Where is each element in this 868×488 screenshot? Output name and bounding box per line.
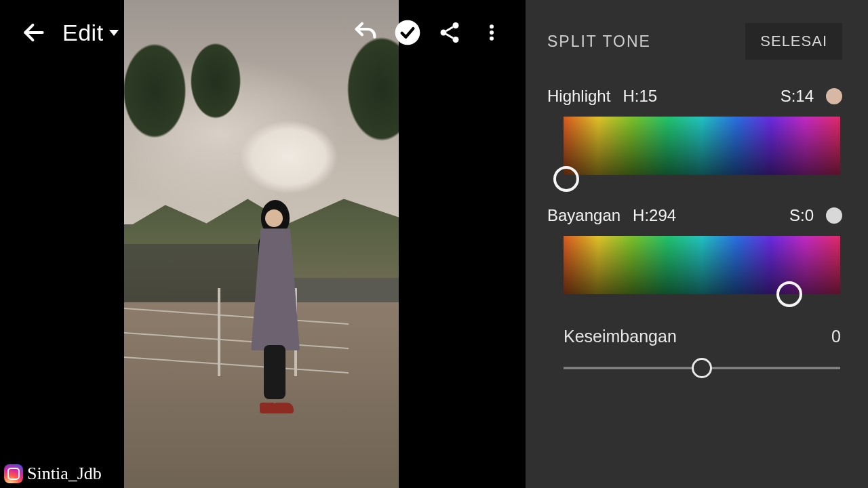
undo-button[interactable] [347,14,384,52]
instagram-icon [4,464,23,483]
mode-title[interactable]: Edit [62,20,119,46]
highlight-hue-value: H:15 [623,87,657,106]
shadow-sat-value: S:0 [789,206,814,225]
overflow-button[interactable] [473,14,511,52]
shadow-label: Bayangan [547,206,620,225]
highlight-readout: Highlight H:15 S:14 [547,87,842,106]
shadow-color-picker[interactable] [564,236,840,294]
svg-point-6 [490,30,494,35]
shadow-readout: Bayangan H:294 S:0 [547,206,842,225]
editor-topbar: Edit [0,0,526,65]
watermark-text: Sintia_Jdb [27,464,102,484]
panel-title: SPLIT TONE [547,33,651,51]
highlight-label: Highlight [547,87,610,106]
editor-viewport: Edit Sintia_Jdb [0,0,526,488]
highlight-swatch [826,88,842,104]
watermark: Sintia_Jdb [4,464,102,484]
highlight-color-picker[interactable] [564,117,840,175]
mode-title-text: Edit [62,20,104,46]
balance-slider-thumb[interactable] [692,358,712,378]
svg-point-3 [441,30,447,36]
chevron-down-icon [109,30,119,36]
share-button[interactable] [431,14,469,52]
split-tone-panel: SPLIT TONE SELESAI Highlight H:15 S:14 B… [526,0,868,488]
svg-point-5 [490,24,494,28]
done-button[interactable]: SELESAI [745,23,842,60]
balance-value: 0 [831,327,842,346]
balance-slider[interactable] [564,356,840,380]
accept-button[interactable] [389,14,427,52]
balance-row: Keseimbangan 0 [564,327,842,346]
shadow-picker-thumb[interactable] [776,281,802,307]
shadow-swatch [826,207,842,224]
highlight-picker-thumb[interactable] [553,166,579,192]
balance-label: Keseimbangan [564,327,677,346]
shadow-hue-value: H:294 [633,206,676,225]
svg-point-7 [490,37,494,41]
svg-point-4 [453,37,459,43]
svg-point-1 [395,20,420,45]
highlight-sat-value: S:14 [781,87,814,106]
back-button[interactable] [15,14,53,52]
photo-preview[interactable] [124,0,399,488]
svg-point-2 [453,22,459,28]
